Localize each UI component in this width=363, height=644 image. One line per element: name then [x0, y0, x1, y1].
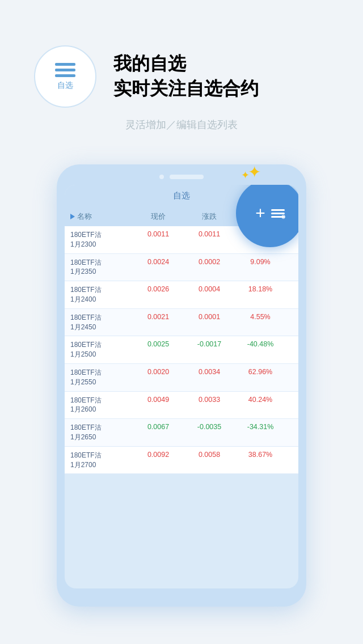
- cell-price: 0.0026: [133, 285, 184, 304]
- watchlist-table: 180ETF沽1月2300 0.0011 0.0011 50.00% 180ET…: [65, 226, 298, 474]
- cell-change: 0.0004: [184, 285, 235, 304]
- table-row[interactable]: 180ETF沽1月2550 0.0020 0.0034 62.96%: [65, 364, 298, 392]
- hero-title-line2: 实时关注自选合约: [113, 77, 259, 101]
- hero-top: 自选 我的自选 实时关注自选合约: [34, 45, 259, 108]
- cell-price: 0.0025: [133, 340, 184, 359]
- col-name-label: 名称: [77, 211, 92, 222]
- cell-pct: -40.48%: [235, 340, 286, 359]
- list-icon: [55, 63, 75, 77]
- cell-price: 0.0020: [133, 368, 184, 387]
- table-row[interactable]: 180ETF沽1月2650 0.0067 -0.0035 -34.31%: [65, 419, 298, 447]
- cell-name: 180ETF沽1月2500: [70, 340, 133, 359]
- cell-change: 0.0034: [184, 368, 235, 387]
- cell-change: 0.0033: [184, 396, 235, 415]
- phone-mockup: ✦ ✦ + ⚙ 自: [57, 164, 306, 607]
- cell-price: 0.0024: [133, 258, 184, 277]
- feature-icon-circle: 自选: [34, 45, 96, 108]
- table-row[interactable]: 180ETF沽1月2450 0.0021 0.0001 4.55%: [65, 309, 298, 337]
- cell-pct: 9.09%: [235, 258, 286, 277]
- table-row[interactable]: 180ETF沽1月2500 0.0025 -0.0017 -40.48%: [65, 336, 298, 364]
- col-header-name: 名称: [70, 211, 133, 222]
- cell-name: 180ETF沽1月2700: [70, 451, 133, 470]
- cell-name: 180ETF沽1月2350: [70, 258, 133, 277]
- cell-change: 0.0058: [184, 451, 235, 470]
- menu-gear-icon: ⚙: [271, 209, 285, 218]
- hero-title-line1: 我的自选: [113, 52, 259, 77]
- table-row[interactable]: 180ETF沽1月2600 0.0049 0.0033 40.24%: [65, 392, 298, 420]
- cell-change: -0.0017: [184, 340, 235, 359]
- cell-change: 0.0011: [184, 230, 235, 249]
- cell-change: 0.0001: [184, 313, 235, 332]
- cell-change: -0.0035: [184, 423, 235, 442]
- cell-price: 0.0021: [133, 313, 184, 332]
- bubble-icons: + ⚙: [255, 205, 285, 222]
- sort-triangle-icon: [70, 214, 75, 219]
- cell-pct: 38.67%: [235, 451, 286, 470]
- hero-section: 自选 我的自选 实时关注自选合约 灵活增加／编辑自选列表: [0, 0, 363, 149]
- cell-pct: 4.55%: [235, 313, 286, 332]
- icon-circle-label: 自选: [57, 80, 73, 91]
- cell-name: 180ETF沽1月2400: [70, 285, 133, 304]
- col-header-change: 涨跌: [184, 211, 235, 222]
- plus-icon: +: [255, 205, 265, 222]
- phone-screen: + ⚙ 自选 名称 现价: [65, 185, 298, 588]
- phone-wrapper: ✦ ✦ + ⚙ 自: [57, 164, 306, 610]
- table-row[interactable]: 180ETF沽1月2350 0.0024 0.0002 9.09%: [65, 254, 298, 282]
- cell-name: 180ETF沽1月2650: [70, 423, 133, 442]
- cell-pct: -34.31%: [235, 423, 286, 442]
- table-row[interactable]: 180ETF沽1月2400 0.0026 0.0004 18.18%: [65, 281, 298, 309]
- cell-name: 180ETF沽1月2550: [70, 368, 133, 387]
- phone-top-bar: [65, 175, 298, 179]
- cell-name: 180ETF沽1月2300: [70, 230, 133, 249]
- cell-name: 180ETF沽1月2450: [70, 313, 133, 332]
- cell-price: 0.0011: [133, 230, 184, 249]
- cell-price: 0.0092: [133, 451, 184, 470]
- menu-line-1: [271, 209, 285, 211]
- cell-price: 0.0067: [133, 423, 184, 442]
- tab-label: 自选: [173, 190, 190, 200]
- phone-pill: [170, 175, 204, 179]
- hero-subtitle: 灵活增加／编辑自选列表: [34, 118, 329, 132]
- cell-pct: 18.18%: [235, 285, 286, 304]
- gear-small-icon: ⚙: [281, 214, 286, 220]
- col-header-price: 现价: [133, 211, 184, 222]
- sparkle-large-icon: ✦: [248, 164, 261, 180]
- phone-dot: [159, 175, 164, 179]
- cell-price: 0.0049: [133, 396, 184, 415]
- cell-pct: 62.96%: [235, 368, 286, 387]
- hero-text: 我的自选 实时关注自选合约: [113, 52, 259, 101]
- cell-pct: 40.24%: [235, 396, 286, 415]
- cell-name: 180ETF沽1月2600: [70, 396, 133, 415]
- cell-change: 0.0002: [184, 258, 235, 277]
- table-row[interactable]: 180ETF沽1月2700 0.0092 0.0058 38.67%: [65, 447, 298, 474]
